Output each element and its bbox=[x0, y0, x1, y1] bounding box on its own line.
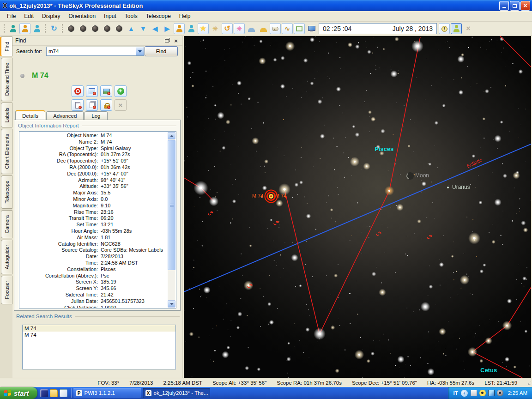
report-field-label: Magnitude: bbox=[19, 203, 101, 209]
squiggle-path-icon[interactable]: ∿ bbox=[282, 23, 293, 34]
minimize-button[interactable] bbox=[499, 1, 509, 11]
time-skip-forward-icon[interactable] bbox=[102, 23, 113, 34]
report-field-value: 98° 40' 41" bbox=[101, 177, 125, 184]
quicklaunch-browser-icon[interactable] bbox=[60, 389, 67, 397]
tray-eye-icon[interactable] bbox=[479, 390, 486, 396]
user-blue-icon[interactable] bbox=[31, 23, 42, 34]
fov-frame-icon[interactable] bbox=[294, 23, 305, 34]
scroll-up-icon[interactable] bbox=[168, 132, 175, 139]
taskbar: start PPWI3 1.1.2.1Xok_12july2013* - The… bbox=[0, 387, 532, 399]
sky-chart-canvas[interactable] bbox=[184, 36, 531, 378]
arrow-right-icon[interactable]: ▶ bbox=[162, 23, 173, 34]
close-panel-icon[interactable]: × bbox=[172, 37, 180, 44]
copy-report-button[interactable] bbox=[86, 99, 98, 111]
sidebar-tab-labels[interactable]: Labels bbox=[1, 103, 12, 127]
user-time-icon[interactable] bbox=[451, 23, 462, 34]
menu-display[interactable]: Display bbox=[38, 12, 64, 21]
user-blue2-icon[interactable] bbox=[186, 23, 197, 34]
refresh-icon[interactable]: ↻ bbox=[48, 23, 60, 34]
report-row: Air Mass:1.81 bbox=[19, 235, 168, 241]
object-information-report[interactable]: Object Name:M 74Name 2:M 74Object Type:S… bbox=[19, 131, 176, 308]
computer-time-icon[interactable] bbox=[306, 23, 317, 34]
tray-camera-icon[interactable] bbox=[497, 390, 503, 396]
report-field-label: Dec (Topocentric): bbox=[19, 158, 101, 164]
float-panel-icon[interactable] bbox=[163, 37, 170, 44]
tray-window-icon[interactable] bbox=[471, 390, 477, 396]
start-button[interactable]: start bbox=[0, 387, 37, 399]
sidebar-tab-focuser[interactable]: Focuser bbox=[1, 276, 12, 304]
tab-details[interactable]: Details bbox=[15, 110, 45, 120]
related-search-results-list[interactable]: M 74M 74 bbox=[22, 325, 176, 369]
time-stop-icon[interactable] bbox=[90, 23, 101, 34]
time-skip-back-icon[interactable] bbox=[78, 23, 89, 34]
hand-pan-icon[interactable] bbox=[7, 23, 18, 34]
dome-yellow-icon[interactable] bbox=[258, 23, 269, 34]
clock-set-icon[interactable] bbox=[439, 23, 450, 34]
star-icon[interactable]: ★ bbox=[198, 23, 209, 34]
quicklaunch-app-icon[interactable] bbox=[40, 389, 48, 397]
user-orange-icon[interactable] bbox=[19, 23, 30, 34]
clear-x-icon[interactable]: × bbox=[463, 23, 474, 34]
scrollbar-thumb[interactable] bbox=[168, 140, 175, 270]
arrow-up-icon[interactable]: ▲ bbox=[126, 23, 137, 34]
user-orange2-icon[interactable] bbox=[174, 23, 185, 34]
tray-network-icon[interactable] bbox=[488, 390, 495, 396]
sidebar-tab-telescope[interactable]: Telescope bbox=[1, 175, 12, 209]
menu-orientation[interactable]: Orientation bbox=[64, 12, 100, 21]
quicklaunch-folder-icon[interactable] bbox=[50, 389, 58, 397]
menu-telescope[interactable]: Telescope bbox=[142, 12, 175, 21]
center-slew-button[interactable] bbox=[72, 85, 84, 97]
sidebar-tab-chart-elements[interactable]: Chart Elements bbox=[1, 129, 12, 174]
list-item[interactable]: M 74 bbox=[23, 332, 175, 338]
scroll-down-icon[interactable] bbox=[168, 300, 175, 308]
undo-swirl-icon[interactable]: ↺ bbox=[222, 23, 233, 34]
sun-icon[interactable]: ☀ bbox=[210, 23, 221, 34]
frame-target-button[interactable] bbox=[86, 85, 98, 97]
menu-help[interactable]: Help bbox=[175, 12, 195, 21]
menu-tools[interactable]: Tools bbox=[121, 12, 142, 21]
show-photo-button[interactable] bbox=[100, 85, 112, 97]
sidebar-tab-date-and-time[interactable]: Date and Time bbox=[1, 58, 12, 101]
language-indicator[interactable]: IT bbox=[453, 390, 458, 396]
sky-chart[interactable]: PiscesCetusMoonUranusEclipticM 74M 74 bbox=[184, 36, 531, 378]
resize-grip[interactable] bbox=[527, 380, 531, 386]
lock-button[interactable] bbox=[100, 99, 112, 111]
sidebar-tab-autoguider[interactable]: Autoguider bbox=[1, 240, 12, 274]
report-row: Screen X:185.19 bbox=[19, 279, 168, 285]
tab-advanced[interactable]: Advanced bbox=[46, 111, 84, 121]
tab-log[interactable]: Log bbox=[85, 111, 107, 121]
sidebar-tab-label: Camera bbox=[4, 215, 10, 233]
maximize-button[interactable] bbox=[510, 1, 520, 11]
tray-chevron-icon[interactable]: ‹ bbox=[461, 390, 468, 397]
label-tag-icon[interactable] bbox=[270, 23, 281, 34]
title-bar[interactable]: X ok_12july2013* - TheSkyX Professional … bbox=[0, 0, 532, 11]
time-skip-forward2-icon[interactable] bbox=[114, 23, 125, 34]
search-input[interactable]: m74 bbox=[46, 47, 144, 56]
task-button-0[interactable]: PPWI3 1.1.2.1 bbox=[73, 388, 141, 398]
task-button-1[interactable]: Xok_12july2013* - The... bbox=[143, 388, 210, 398]
report-scrollbar[interactable] bbox=[168, 132, 175, 308]
arrow-left-icon[interactable]: ◀ bbox=[150, 23, 161, 34]
arrow-down-icon[interactable]: ▼ bbox=[138, 23, 149, 34]
sidebar-tab-find[interactable]: Find bbox=[0, 36, 12, 56]
status-item-6: HA: -03h 55m 27.6s bbox=[427, 380, 474, 386]
details-tab-page: Object Information Report Object Name:M … bbox=[14, 120, 181, 311]
list-item[interactable]: M 74 bbox=[23, 325, 175, 332]
menu-edit[interactable]: Edit bbox=[20, 12, 38, 21]
dome-blue-icon[interactable] bbox=[246, 23, 257, 34]
find-tab-strip: DetailsAdvancedLog bbox=[15, 111, 109, 121]
combo-dropdown-icon[interactable] bbox=[136, 47, 144, 55]
find-button[interactable]: Find bbox=[145, 46, 178, 56]
task-button-icon: X bbox=[145, 390, 151, 396]
sidebar-tab-camera[interactable]: Camera bbox=[1, 210, 12, 238]
splat-icon[interactable]: ✳ bbox=[234, 23, 245, 34]
close-button[interactable]: ✕ bbox=[520, 1, 530, 11]
time-date-display[interactable]: 02 :25 :04 July 28 , 2013 bbox=[319, 23, 437, 34]
menu-input[interactable]: Input bbox=[100, 12, 121, 21]
report-field-label: RA (Topocentric): bbox=[19, 151, 101, 158]
menu-file[interactable]: File bbox=[3, 12, 20, 21]
time-skip-back2-icon[interactable] bbox=[66, 23, 77, 34]
report-row: Magnitude:9.10 bbox=[19, 203, 168, 209]
add-target-button[interactable]: + bbox=[115, 85, 127, 97]
report-button[interactable] bbox=[72, 99, 84, 111]
